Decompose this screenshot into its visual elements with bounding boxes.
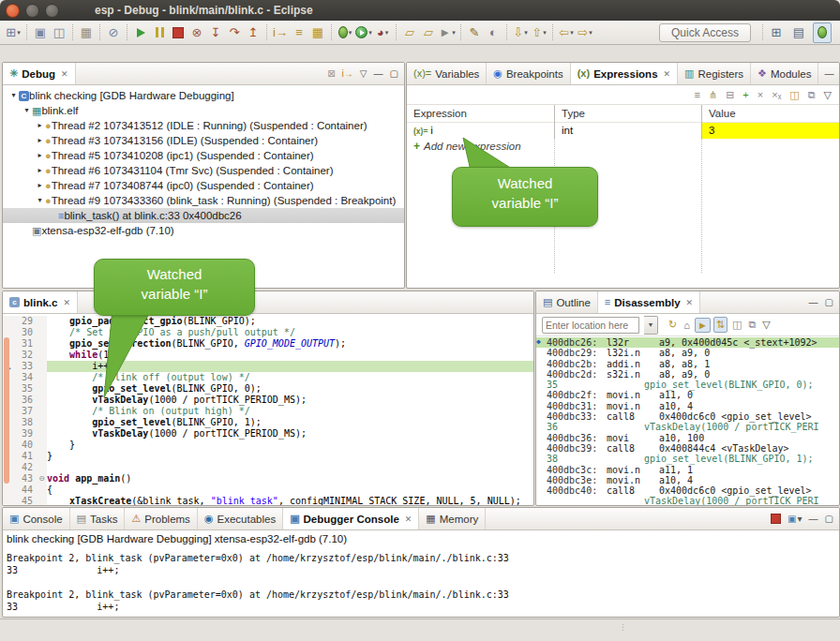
column-header-expression[interactable]: Expression [407, 105, 555, 122]
step-return-button[interactable]: ↥ [245, 23, 262, 42]
quick-access-button[interactable]: Quick Access [659, 23, 751, 42]
tab-outline[interactable]: ▤Outline [536, 291, 598, 313]
editor-line[interactable]: 32 while(1) { [3, 350, 533, 361]
back-button[interactable]: ⇦▾ [558, 23, 575, 42]
editor-line[interactable]: 34 /* Blink off (output low) */ [3, 372, 533, 383]
build-button[interactable]: ▦ [78, 23, 95, 42]
disassembly-row[interactable]: 400dbc3c:movi.na11, 1 [536, 465, 839, 475]
save-button[interactable]: ▣ [32, 23, 49, 42]
disassembly-row[interactable]: 38gpio_set_level(BLINK_GPIO, 1); [536, 454, 839, 464]
disassembly-row[interactable]: 36vTaskDelay(1000 / portTICK_PERI [536, 422, 839, 432]
debug-tree-item[interactable]: ▸●Thread #2 1073413512 (IDLE : Running) … [3, 118, 404, 133]
window-close-button[interactable] [6, 4, 20, 18]
type-cell[interactable]: int [555, 123, 702, 139]
editor-line[interactable]: 30 /* Set the GPIO as a push/pull output… [3, 327, 533, 338]
tab-close-icon[interactable]: ✕ [405, 514, 412, 524]
instruction-stepping-button[interactable]: i→ [272, 23, 289, 42]
editor-line[interactable]: 38 gpio_set_level(BLINK_GPIO, 1); [3, 417, 533, 428]
fold-marker-icon[interactable]: ⊖ [37, 473, 47, 484]
window-maximize-button[interactable] [45, 4, 59, 18]
maximize-button[interactable]: ▢ [825, 297, 833, 307]
debug-perspective-button[interactable] [813, 22, 832, 43]
remove-expression-button[interactable]: × [758, 89, 763, 100]
disconnect-button[interactable]: ⊗ [188, 23, 205, 42]
tab-registers[interactable]: ▥Registers [678, 63, 751, 84]
editor-line[interactable]: 43⊖void app_main() [3, 473, 533, 484]
collapse-all-button[interactable]: ⊟ [726, 89, 734, 101]
view-menu-button[interactable]: ▽ [824, 89, 832, 101]
debug-tree-item[interactable]: ▾▦blink.elf [3, 103, 404, 118]
location-dropdown-button[interactable]: ▼ [644, 316, 658, 335]
disassembly-row[interactable]: 400dbc31:movi.na10, 4 [536, 401, 839, 411]
open-perspective-button[interactable]: ⊞ [768, 23, 785, 42]
editor-line[interactable]: 35 gpio_set_level(BLINK_GPIO, 0); [3, 383, 533, 395]
debug-tree-item[interactable]: ▸●Thread #5 1073410208 (ipc1) (Suspended… [3, 148, 404, 163]
show-console-button[interactable]: ≡ [291, 23, 308, 42]
value-cell[interactable]: 3 [702, 123, 839, 139]
disassembly-row[interactable]: 400dbc33:call80x400dc6c0 <gpio_set_level… [536, 411, 839, 422]
maximize-button[interactable]: ▢ [825, 514, 833, 524]
tab-debugger-console[interactable]: ▣Debugger Console✕ [283, 508, 419, 529]
disassembly-row[interactable]: 400dbc40:call80x400dc6c0 <gpio_set_level… [536, 485, 839, 496]
add-expression-row[interactable]: +Add new expression [407, 139, 839, 155]
cpp-perspective-button[interactable]: ▤ [790, 23, 807, 42]
tab-modules[interactable]: ❖Modules [751, 63, 818, 84]
display-selected-console-button[interactable]: ▣▾ [788, 514, 802, 524]
tab-breakpoints[interactable]: ◉Breakpoints [487, 63, 570, 84]
expression-row[interactable]: (x)=iint3 [407, 123, 839, 139]
save-all-button[interactable]: ◫ [51, 23, 68, 42]
tab-console[interactable]: ▣Console [3, 508, 70, 529]
tree-expander-icon[interactable]: ▾ [22, 103, 32, 118]
show-logical-structure-button[interactable]: ⋔ [709, 89, 717, 101]
forward-button[interactable]: ⇨▾ [577, 23, 593, 42]
editor-line[interactable]: 31 gpio_set_direction(BLINK_GPIO, GPIO_M… [3, 338, 533, 350]
window-minimize-button[interactable] [25, 4, 39, 18]
editor-line[interactable]: 41} [3, 451, 533, 462]
tab-blink-c[interactable]: cblink.c✕ [3, 291, 78, 313]
disassembly-row[interactable]: 400dbc2f:movi.na11, 0 [536, 390, 839, 400]
skip-all-breakpoints-button[interactable]: ⊘ [105, 23, 122, 42]
debug-tree-item[interactable]: ▾Cblink checking [GDB Hardware Debugging… [3, 88, 404, 103]
column-header-value[interactable]: Value [702, 105, 839, 122]
show-type-names-button[interactable]: ≡ [694, 89, 699, 100]
disassembly-row[interactable]: 400dbc29:l32i.na8, a9, 0 [536, 348, 839, 358]
editor-line[interactable]: 37 /* Blink on (output high) */ [3, 406, 533, 417]
next-annotation-button[interactable]: ⇧▾ [531, 23, 548, 42]
debug-tree-item[interactable]: ▾●Thread #9 1073433360 (blink_task : Run… [3, 193, 404, 208]
expression-cell[interactable]: (x)=i [407, 123, 555, 139]
disassembly-row[interactable]: ◆400dbc26:l32ra9, 0x400d045c <_stext+109… [536, 337, 839, 348]
disassembly-row[interactable]: 400dbc3e:movi.na10, 4 [536, 475, 839, 485]
editor-line[interactable]: 39 vTaskDelay(1000 / portTICK_PERIOD_MS)… [3, 428, 533, 440]
debug-button[interactable]: ▾ [337, 23, 353, 42]
run-button[interactable]: ▾ [355, 23, 372, 42]
tree-expander-icon[interactable]: ▸ [35, 178, 45, 193]
disassembly-listing[interactable]: ◆400dbc26:l32ra9, 0x400d045c <_stext+109… [536, 336, 839, 506]
maximize-button[interactable]: ▢ [390, 68, 398, 79]
minimize-button[interactable]: — [809, 514, 818, 524]
editor-line[interactable]: 29 gpio_pad_select_gpio(BLINK_GPIO); [3, 316, 533, 327]
sync-selection-button[interactable]: ⇅ [713, 317, 728, 333]
terminate-button[interactable] [170, 23, 187, 42]
suspend-button[interactable] [151, 23, 168, 42]
disassembly-row[interactable]: 400dbc39:call80x400844c4 <vTaskDelay> [536, 443, 839, 454]
tab-executables[interactable]: ◉Executables [198, 508, 283, 529]
tab-memory[interactable]: ▦Memory [419, 508, 486, 529]
link-view-button[interactable]: ⧉ [746, 318, 758, 332]
remove-all-expressions-button[interactable]: ×ₓ [772, 89, 781, 100]
view-menu-button[interactable]: ▽ [760, 318, 772, 332]
follow-pc-button[interactable]: ► [695, 318, 711, 333]
tab-disassembly[interactable]: ≡Disassembly✕ [598, 291, 700, 313]
tab-close-icon[interactable]: ✕ [664, 69, 671, 79]
location-input[interactable] [542, 317, 639, 334]
tree-expander-icon[interactable]: ▸ [35, 148, 45, 163]
tree-expander-icon[interactable]: ▸ [35, 163, 45, 178]
disassembly-row[interactable]: 400dbc2d:s32i.na8, a9, 0 [536, 369, 839, 380]
tab-close-icon[interactable]: ✕ [61, 69, 68, 79]
editor-line[interactable]: 33 i++;→ [3, 361, 533, 372]
resume-button[interactable] [132, 23, 149, 42]
tab-variables[interactable]: (x)=Variables [407, 63, 487, 84]
disassembly-row[interactable]: 400dbc36:movia10, 100 [536, 433, 839, 443]
tab-expressions[interactable]: (x)Expressions✕ [571, 63, 678, 84]
disassembly-row[interactable]: 35gpio_set_level(BLINK_GPIO, 0); [536, 380, 839, 390]
refresh-button[interactable]: ↻ [667, 318, 679, 332]
